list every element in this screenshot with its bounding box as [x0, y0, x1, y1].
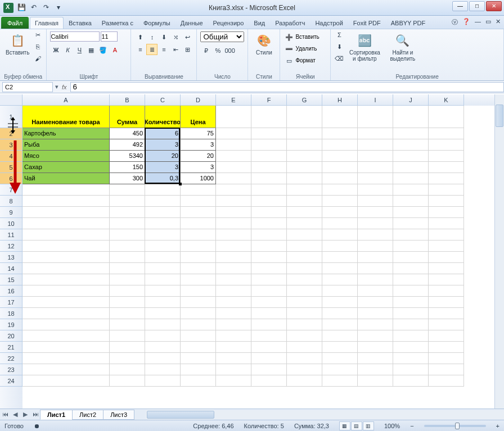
sheet-nav-next-icon[interactable]: ▶	[20, 411, 30, 418]
cell-G22[interactable]	[287, 353, 322, 364]
cell-I8[interactable]	[358, 196, 393, 207]
cell-D17[interactable]	[181, 297, 216, 308]
sheet-nav-last-icon[interactable]: ⏭	[30, 411, 40, 418]
cell-E9[interactable]	[216, 207, 251, 218]
cell-D5[interactable]: 3	[181, 162, 216, 173]
cell-A15[interactable]	[22, 274, 110, 285]
save-icon[interactable]: 💾	[17, 3, 26, 12]
cell-K14[interactable]	[429, 263, 464, 274]
cell-A23[interactable]	[22, 364, 110, 375]
cell-K11[interactable]	[429, 229, 464, 241]
cell-K22[interactable]	[429, 353, 464, 364]
cell-K19[interactable]	[429, 319, 464, 330]
cell-K5[interactable]	[429, 162, 464, 173]
cell-J17[interactable]	[393, 297, 429, 308]
cell-J15[interactable]	[393, 274, 429, 285]
cell-H3[interactable]	[322, 139, 358, 151]
cell-C21[interactable]	[145, 342, 181, 353]
vertical-scrollbar[interactable]	[494, 94, 504, 409]
tab-home[interactable]: Главная	[30, 17, 64, 29]
cell-C9[interactable]	[145, 207, 181, 218]
cell-E4[interactable]	[216, 151, 251, 162]
cell-C6[interactable]: 0,3	[145, 173, 181, 184]
name-box[interactable]: C2	[2, 82, 53, 92]
insert-cells-icon[interactable]: ➕	[284, 31, 295, 43]
cell-D7[interactable]	[181, 184, 216, 196]
merge-icon[interactable]: ⊞	[182, 44, 193, 55]
formula-input[interactable]	[70, 82, 504, 92]
comma-icon[interactable]: 000	[224, 45, 235, 56]
zoom-knob[interactable]	[455, 423, 460, 429]
zoom-slider[interactable]	[424, 425, 486, 427]
qat-more-icon[interactable]: ▾	[54, 3, 63, 12]
percent-icon[interactable]: %	[212, 45, 223, 56]
tab-layout[interactable]: Разметка с	[97, 17, 138, 29]
row-header-24[interactable]: 24	[0, 375, 22, 387]
cell-G24[interactable]	[287, 375, 322, 387]
cell-F22[interactable]	[251, 353, 287, 364]
name-box-dropdown-icon[interactable]: ▾	[55, 83, 58, 90]
cell-G23[interactable]	[287, 364, 322, 375]
cell-A11[interactable]	[22, 229, 110, 241]
cell-B18[interactable]	[110, 308, 145, 319]
doc-restore-icon[interactable]: ▭	[485, 18, 491, 26]
cell-I2[interactable]	[358, 128, 393, 139]
row-header-10[interactable]: 10	[0, 218, 22, 229]
cell-G9[interactable]	[287, 207, 322, 218]
cell-G8[interactable]	[287, 196, 322, 207]
close-button[interactable]: ✕	[486, 1, 502, 11]
cell-E17[interactable]	[216, 297, 251, 308]
cell-K21[interactable]	[429, 342, 464, 353]
cell-K3[interactable]	[429, 139, 464, 151]
copy-icon[interactable]: ⎘	[33, 43, 43, 53]
cell-E6[interactable]	[216, 173, 251, 184]
cell-C18[interactable]	[145, 308, 181, 319]
cell-B16[interactable]	[110, 285, 145, 297]
cell-F19[interactable]	[251, 319, 287, 330]
row-header-2[interactable]: 2	[0, 128, 22, 139]
format-painter-icon[interactable]: 🖌	[33, 55, 43, 65]
font-size-input[interactable]	[101, 31, 118, 42]
cell-J21[interactable]	[393, 342, 429, 353]
cell-E18[interactable]	[216, 308, 251, 319]
cell-I20[interactable]	[358, 330, 393, 342]
cell-H10[interactable]	[322, 218, 358, 229]
cell-B7[interactable]	[110, 184, 145, 196]
cell-F7[interactable]	[251, 184, 287, 196]
cell-B5[interactable]: 150	[110, 162, 145, 173]
cell-H21[interactable]	[322, 342, 358, 353]
clear-icon[interactable]: ⌫	[334, 55, 344, 65]
cell-I14[interactable]	[358, 263, 393, 274]
cell-A14[interactable]	[22, 263, 110, 274]
cut-icon[interactable]: ✂	[33, 31, 43, 42]
delete-cells-label[interactable]: Удалить	[295, 43, 317, 55]
styles-button[interactable]: 🎨 Стили	[251, 31, 276, 57]
tab-view[interactable]: Вид	[249, 17, 270, 29]
row-header-17[interactable]: 17	[0, 297, 22, 308]
cell-C15[interactable]	[145, 274, 181, 285]
cell-J7[interactable]	[393, 184, 429, 196]
cell-H9[interactable]	[322, 207, 358, 218]
row-header-6[interactable]: 6	[0, 173, 22, 184]
cell-B1[interactable]: Сумма	[110, 106, 145, 128]
cell-J10[interactable]	[393, 218, 429, 229]
cell-D4[interactable]: 20	[181, 151, 216, 162]
cell-K15[interactable]	[429, 274, 464, 285]
sort-filter-button[interactable]: 🔤 Сортировка и фильтр	[345, 31, 384, 63]
cell-H7[interactable]	[322, 184, 358, 196]
row-header-8[interactable]: 8	[0, 196, 22, 207]
cell-I12[interactable]	[358, 241, 393, 252]
cell-F9[interactable]	[251, 207, 287, 218]
cell-E20[interactable]	[216, 330, 251, 342]
col-header-I[interactable]: I	[358, 94, 393, 106]
cell-H16[interactable]	[322, 285, 358, 297]
sheet-nav-prev-icon[interactable]: ◀	[10, 411, 20, 418]
cell-A17[interactable]	[22, 297, 110, 308]
cell-G19[interactable]	[287, 319, 322, 330]
cell-B24[interactable]	[110, 375, 145, 387]
cell-J11[interactable]	[393, 229, 429, 241]
cell-C17[interactable]	[145, 297, 181, 308]
cell-A13[interactable]	[22, 252, 110, 263]
cell-A24[interactable]	[22, 375, 110, 387]
cell-G17[interactable]	[287, 297, 322, 308]
